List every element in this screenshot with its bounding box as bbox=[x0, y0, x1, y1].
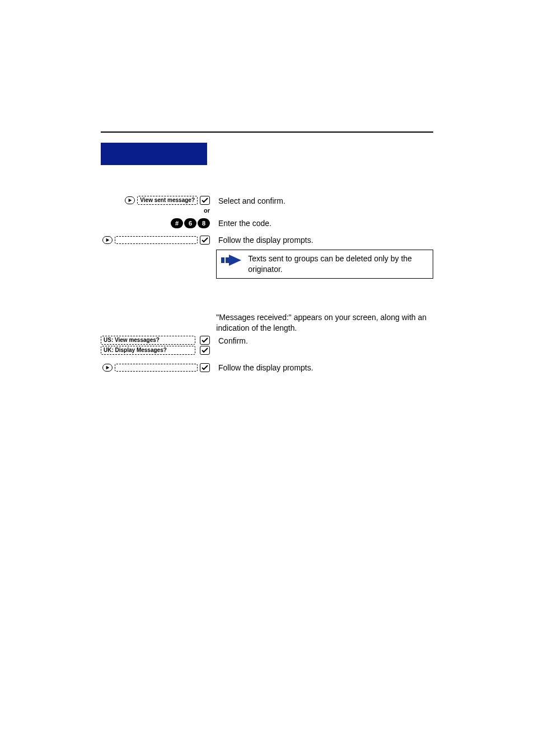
note-arrow-icon bbox=[221, 255, 241, 266]
key-6[interactable]: 6 bbox=[184, 218, 196, 228]
option-view-messages-us[interactable]: US: View messages? bbox=[101, 336, 195, 345]
confirm-check-button[interactable] bbox=[200, 236, 210, 245]
svg-marker-5 bbox=[106, 366, 110, 369]
option-display-messages-uk[interactable]: UK: Display Messages? bbox=[101, 346, 195, 355]
code-keys: # 6 8 bbox=[171, 218, 210, 228]
svg-marker-4 bbox=[229, 255, 241, 266]
svg-marker-0 bbox=[129, 199, 132, 202]
scroll-icon bbox=[102, 236, 113, 244]
paragraph-text: "Messages received:" appears on your scr… bbox=[216, 312, 433, 334]
option-view-sent-message[interactable]: View sent message? bbox=[137, 196, 198, 205]
note-box: Texts sent to groups can be deleted only… bbox=[216, 250, 433, 279]
instruction-text: Confirm. bbox=[218, 336, 248, 346]
svg-rect-2 bbox=[221, 257, 224, 263]
instruction-text: Enter the code. bbox=[218, 218, 271, 229]
display-field bbox=[115, 236, 198, 244]
instruction-text: Follow the display prompts. bbox=[218, 235, 313, 246]
confirm-check-button[interactable] bbox=[200, 363, 210, 372]
confirm-check-button[interactable] bbox=[200, 346, 210, 355]
scroll-icon bbox=[102, 364, 113, 372]
instruction-text: Follow the display prompts. bbox=[218, 363, 313, 373]
confirm-check-button[interactable] bbox=[200, 336, 210, 345]
or-label: or bbox=[204, 207, 210, 214]
svg-rect-3 bbox=[226, 257, 229, 263]
confirm-check-button[interactable] bbox=[200, 196, 210, 205]
instruction-text: Select and confirm. bbox=[218, 196, 285, 206]
section-tab bbox=[101, 143, 207, 165]
key-8[interactable]: 8 bbox=[198, 218, 210, 228]
display-field bbox=[115, 364, 198, 372]
key-hash[interactable]: # bbox=[171, 218, 183, 228]
page: View sent message? Select and confirm. o… bbox=[0, 0, 534, 756]
svg-marker-1 bbox=[106, 238, 110, 242]
note-text: Texts sent to groups can be deleted only… bbox=[248, 253, 428, 275]
header-divider bbox=[101, 132, 433, 133]
scroll-icon bbox=[125, 196, 135, 204]
